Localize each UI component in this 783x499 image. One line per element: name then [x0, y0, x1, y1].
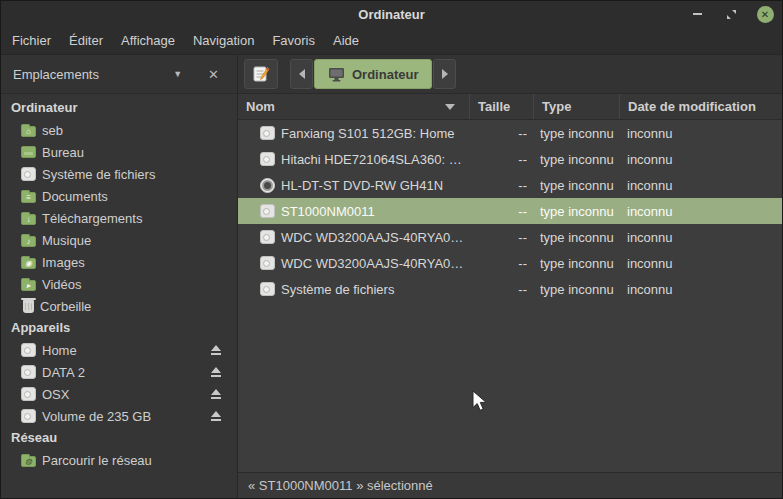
- sidebar-list: Ordinateur ⌂ seb Bureau Système de fichi…: [1, 94, 237, 498]
- restore-icon: [726, 9, 737, 20]
- sidebar-view-selector[interactable]: Emplacements: [13, 67, 99, 82]
- breadcrumb-label: Ordinateur: [352, 67, 418, 82]
- sidebar: Emplacements ▼ ✕ Ordinateur ⌂ seb Bureau…: [1, 55, 238, 498]
- sidebar-item-musique[interactable]: ♪ Musique: [1, 229, 237, 251]
- toolbar: Ordinateur: [238, 55, 782, 94]
- sidebar-header: Emplacements ▼ ✕: [1, 55, 237, 94]
- table-row-dvd[interactable]: HL-DT-ST DVD-RW GH41N -- type inconnu in…: [238, 172, 782, 198]
- sort-descending-icon: [445, 104, 455, 110]
- column-header-type[interactable]: Type: [533, 94, 619, 119]
- window-title: Ordinateur: [1, 7, 782, 22]
- statusbar: « ST1000NM0011 » sélectionné: [238, 472, 782, 498]
- minimize-icon: [693, 13, 702, 15]
- sidebar-item-videos[interactable]: ▸ Vidéos: [1, 273, 237, 295]
- sidebar-item-seb[interactable]: ⌂ seb: [1, 119, 237, 141]
- selection-status-text: « ST1000NM0011 » sélectionné: [248, 478, 433, 493]
- breadcrumb-forward-button[interactable]: [433, 59, 456, 89]
- sidebar-item-telechargements[interactable]: ↓ Téléchargements: [1, 207, 237, 229]
- main-pane: Ordinateur Nom Taille Type Date de modif…: [238, 55, 782, 498]
- sidebar-item-bureau[interactable]: Bureau: [1, 141, 237, 163]
- harddisk-icon: [21, 387, 36, 401]
- harddisk-icon: [260, 126, 275, 140]
- pictures-folder-icon: ◉: [21, 258, 36, 269]
- breadcrumb-back-button[interactable]: [290, 59, 313, 89]
- sidebar-section-ordinateur: Ordinateur: [1, 97, 237, 119]
- documents-folder-icon: ≡: [21, 192, 36, 203]
- eject-button[interactable]: [209, 344, 223, 356]
- minimize-button[interactable]: [688, 5, 706, 23]
- sidebar-section-appareils: Appareils: [1, 317, 237, 339]
- eject-button[interactable]: [209, 366, 223, 378]
- close-button[interactable]: ✕: [756, 5, 774, 23]
- arrow-right-icon: [442, 69, 448, 79]
- edit-pencil-icon: [252, 65, 270, 83]
- sidebar-item-parcourir-le-reseau[interactable]: ◍ Parcourir le réseau: [1, 449, 237, 471]
- optical-disc-icon: [260, 178, 275, 193]
- music-folder-icon: ♪: [21, 236, 36, 247]
- sidebar-item-documents[interactable]: ≡ Documents: [1, 185, 237, 207]
- harddisk-icon: [21, 409, 36, 423]
- table-row-wdc-1[interactable]: WDC WD3200AAJS-40RYA0… -- type inconnu i…: [238, 224, 782, 250]
- trash-icon: [23, 300, 34, 313]
- chevron-down-icon[interactable]: ▼: [165, 65, 190, 83]
- sidebar-item-data2-volume[interactable]: DATA 2: [1, 361, 237, 383]
- sidebar-item-osx-volume[interactable]: OSX: [1, 383, 237, 405]
- arrow-left-icon: [299, 69, 305, 79]
- table-row-systeme-de-fichiers[interactable]: Système de fichiers -- type inconnu inco…: [238, 276, 782, 302]
- table-row-fanxiang[interactable]: Fanxiang S101 512GB: Home -- type inconn…: [238, 120, 782, 146]
- sidebar-item-systeme-de-fichiers[interactable]: Système de fichiers: [1, 163, 237, 185]
- eject-button[interactable]: [209, 410, 223, 422]
- downloads-folder-icon: ↓: [21, 214, 36, 225]
- table-row-hitachi[interactable]: Hitachi HDE721064SLA360: … -- type incon…: [238, 146, 782, 172]
- column-header-nom[interactable]: Nom: [238, 94, 469, 119]
- harddisk-icon: [21, 167, 36, 181]
- desktop-icon: [21, 146, 36, 158]
- menu-editer[interactable]: Éditer: [60, 27, 112, 55]
- file-manager-window: Ordinateur ✕ Fichier Éditer Affichage Na…: [0, 0, 783, 499]
- sidebar-item-home-volume[interactable]: Home: [1, 339, 237, 361]
- file-list: Fanxiang S101 512GB: Home -- type inconn…: [238, 120, 782, 472]
- menu-navigation[interactable]: Navigation: [184, 27, 263, 55]
- breadcrumb-ordinateur-button[interactable]: Ordinateur: [314, 59, 432, 89]
- titlebar[interactable]: Ordinateur ✕: [1, 1, 782, 27]
- eject-button[interactable]: [209, 388, 223, 400]
- harddisk-icon: [260, 256, 275, 270]
- menu-aide[interactable]: Aide: [324, 27, 368, 55]
- menu-favoris[interactable]: Favoris: [263, 27, 324, 55]
- harddisk-icon: [21, 343, 36, 357]
- menubar: Fichier Éditer Affichage Navigation Favo…: [1, 27, 782, 55]
- window-controls: ✕: [688, 1, 774, 27]
- menu-affichage[interactable]: Affichage: [112, 27, 184, 55]
- sidebar-item-volume-235gb[interactable]: Volume de 235 GB: [1, 405, 237, 427]
- edit-location-button[interactable]: [244, 59, 278, 89]
- sidebar-item-corbeille[interactable]: Corbeille: [1, 295, 237, 317]
- column-header-date[interactable]: Date de modification: [619, 94, 782, 119]
- network-folder-icon: ◍: [21, 456, 36, 467]
- sidebar-section-reseau: Réseau: [1, 427, 237, 449]
- restore-button[interactable]: [722, 5, 740, 23]
- videos-folder-icon: ▸: [21, 280, 36, 291]
- column-header-taille[interactable]: Taille: [469, 94, 533, 119]
- sidebar-item-images[interactable]: ◉ Images: [1, 251, 237, 273]
- table-row-wdc-2[interactable]: WDC WD3200AAJS-40RYA0… -- type inconnu i…: [238, 250, 782, 276]
- table-row-st1000-selected[interactable]: ST1000NM0011 -- type inconnu inconnu: [238, 198, 782, 224]
- computer-icon: [328, 67, 345, 82]
- list-column-headers: Nom Taille Type Date de modification: [238, 94, 782, 120]
- home-folder-icon: ⌂: [21, 126, 36, 137]
- harddisk-icon: [260, 152, 275, 166]
- harddisk-icon: [260, 204, 275, 218]
- harddisk-icon: [21, 365, 36, 379]
- harddisk-icon: [260, 230, 275, 244]
- menu-fichier[interactable]: Fichier: [3, 27, 60, 55]
- sidebar-close-icon[interactable]: ✕: [202, 65, 225, 84]
- harddisk-icon: [260, 282, 275, 296]
- close-icon: ✕: [757, 6, 774, 23]
